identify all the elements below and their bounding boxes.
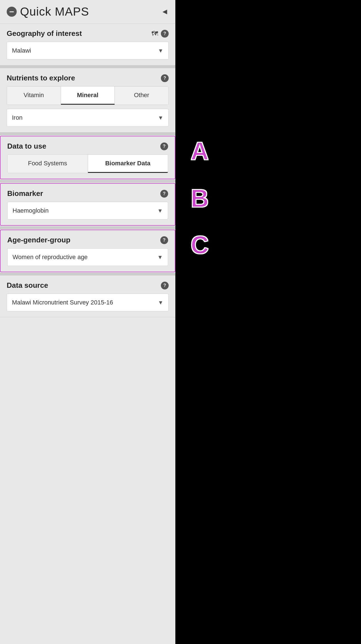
- geography-selected: Malawi: [12, 47, 31, 54]
- nutrients-help-icon[interactable]: ?: [161, 74, 169, 82]
- age-gender-selected: Women of reproductive age: [13, 254, 88, 261]
- geography-header: Geography of interest 🗺 ?: [7, 29, 169, 38]
- data-to-use-wrapper: Data to use ? Food Systems Biomarker Dat…: [0, 136, 175, 179]
- geography-icons: 🗺 ?: [151, 30, 169, 38]
- age-gender-header: Age-gender-group ?: [7, 236, 168, 244]
- nutrients-title: Nutrients to explore: [7, 74, 75, 82]
- nutrients-section: Nutrients to explore ? Vitamin Mineral O…: [0, 68, 175, 132]
- nutrients-header: Nutrients to explore ?: [7, 74, 169, 82]
- biomarker-title: Biomarker: [7, 189, 43, 198]
- tab-other[interactable]: Other: [115, 87, 168, 105]
- collapse-button[interactable]: ◄: [161, 7, 169, 16]
- minus-icon: [9, 11, 14, 12]
- divider-4: [0, 226, 175, 229]
- data-to-use-section: Data to use ? Food Systems Biomarker Dat…: [0, 136, 175, 179]
- annotation-a: A: [191, 139, 209, 164]
- data-to-use-tabs: Food Systems Biomarker Data: [7, 154, 168, 173]
- biomarker-dropdown[interactable]: Haemoglobin ▼: [7, 202, 168, 220]
- minimize-button[interactable]: [7, 7, 17, 17]
- tab-food-systems[interactable]: Food Systems: [8, 155, 88, 173]
- biomarker-arrow-icon: ▼: [157, 208, 163, 214]
- nutrients-dropdown[interactable]: Iron ▼: [7, 109, 169, 127]
- data-source-section: Data source ? Malawi Micronutrient Surve…: [0, 276, 175, 317]
- age-gender-title: Age-gender-group: [7, 236, 70, 244]
- divider-5: [0, 273, 175, 276]
- divider-2: [0, 132, 175, 135]
- geography-section: Geography of interest 🗺 ? Malawi ▼: [0, 24, 175, 65]
- age-gender-section: Age-gender-group ? Women of reproductive…: [0, 230, 175, 272]
- divider-3: [0, 180, 175, 183]
- data-source-dropdown[interactable]: Malawi Micronutrient Survey 2015-16 ▼: [7, 294, 169, 311]
- data-source-help-icon[interactable]: ?: [161, 282, 169, 289]
- map-icon: 🗺: [151, 30, 158, 38]
- data-to-use-header: Data to use ?: [7, 142, 168, 151]
- biomarker-wrapper: Biomarker ? Haemoglobin ▼ B: [0, 183, 175, 226]
- app-title: Quick MAPS: [20, 5, 89, 18]
- age-gender-wrapper: Age-gender-group ? Women of reproductive…: [0, 230, 175, 272]
- biomarker-help-icon[interactable]: ?: [160, 190, 168, 198]
- biomarker-selected: Haemoglobin: [13, 207, 49, 214]
- biomarker-section: Biomarker ? Haemoglobin ▼: [0, 183, 175, 226]
- data-source-title: Data source: [7, 281, 48, 290]
- nutrients-tabs: Vitamin Mineral Other: [7, 86, 169, 105]
- tab-mineral[interactable]: Mineral: [61, 87, 115, 105]
- data-source-header: Data source ?: [7, 281, 169, 290]
- biomarker-header: Biomarker ?: [7, 189, 168, 198]
- annotation-c: C: [191, 232, 209, 257]
- age-gender-dropdown[interactable]: Women of reproductive age ▼: [7, 248, 168, 266]
- annotation-b: B: [191, 186, 209, 211]
- main-panel: Quick MAPS ◄ Geography of interest 🗺 ? M…: [0, 0, 175, 644]
- age-gender-arrow-icon: ▼: [157, 254, 163, 260]
- data-source-selected: Malawi Micronutrient Survey 2015-16: [12, 299, 113, 306]
- geography-help-icon[interactable]: ?: [161, 30, 169, 38]
- header-left: Quick MAPS: [7, 5, 89, 18]
- age-gender-help-icon[interactable]: ?: [160, 236, 168, 244]
- tab-vitamin[interactable]: Vitamin: [7, 87, 61, 105]
- data-source-arrow-icon: ▼: [158, 299, 163, 306]
- geography-dropdown[interactable]: Malawi ▼: [7, 42, 169, 60]
- data-to-use-help-icon[interactable]: ?: [160, 142, 168, 150]
- nutrients-arrow-icon: ▼: [158, 115, 163, 121]
- tab-biomarker-data[interactable]: Biomarker Data: [88, 155, 168, 173]
- divider-1: [0, 65, 175, 68]
- geography-title: Geography of interest: [7, 29, 82, 38]
- geography-arrow-icon: ▼: [158, 48, 163, 54]
- header: Quick MAPS ◄: [0, 0, 175, 24]
- nutrients-selected: Iron: [12, 114, 23, 121]
- data-to-use-title: Data to use: [7, 142, 46, 151]
